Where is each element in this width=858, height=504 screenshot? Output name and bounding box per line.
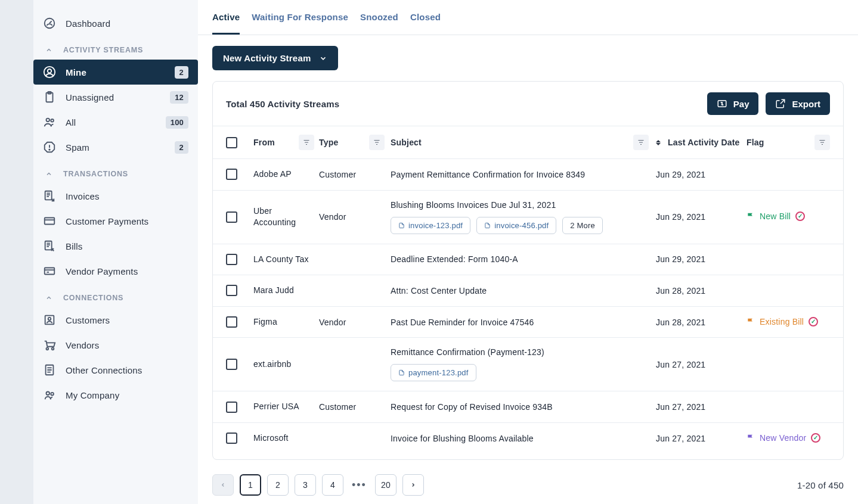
page-button[interactable]: 4 [322,474,343,496]
chevron-up-icon [43,292,55,304]
table-row[interactable]: Figma Vendor Past Due Reminder for Invoi… [213,306,843,338]
sidebar-item-unassigned[interactable]: Unassigned 12 [33,85,198,110]
row-checkbox[interactable] [226,433,237,444]
select-all-checkbox[interactable] [226,137,237,148]
flag-filter-button[interactable] [814,135,830,150]
flag-chip: Existing Bill [747,317,818,326]
from-filter-button[interactable] [299,135,314,150]
cell-subject: Payment Remittance Confirmation for Invo… [391,170,649,179]
table-row[interactable]: Perrier USA Customer Request for Copy of… [213,391,843,422]
sidebar-item-dashboard[interactable]: Dashboard [33,11,198,36]
page-button[interactable]: 3 [295,474,316,496]
column-header-subject: Subject [391,138,422,147]
svg-rect-11 [45,268,55,275]
tab-closed[interactable]: Closed [410,0,441,35]
svg-point-5 [47,119,50,122]
cell-from: ext.airbnb [253,359,319,371]
cell-date: Jun 29, 2021 [656,212,747,222]
column-header-flag: Flag [747,138,764,147]
attachment-more[interactable]: 2 More [562,217,603,234]
page-ellipsis: ••• [349,479,369,491]
attachment-chip[interactable]: invoice-456.pdf [476,217,556,234]
row-checkbox[interactable] [226,359,237,370]
table-row[interactable]: Mara Judd Attn: Cost Center Update Jun 2… [213,275,843,306]
export-button[interactable]: Export [766,92,830,115]
pay-button[interactable]: Pay [707,92,759,115]
tab-snoozed[interactable]: Snoozed [360,0,398,35]
sidebar-item-label: Dashboard [66,18,188,29]
column-header-type: Type [319,138,338,147]
people-icon [43,116,56,129]
page-prev-button[interactable] [212,474,234,496]
tab-waiting-for-response[interactable]: Waiting For Response [252,0,348,35]
row-checkbox[interactable] [226,402,237,413]
panel-title: Total 450 Activity Streams [226,99,700,109]
row-checkbox[interactable] [226,169,237,180]
sidebar-item-label: My Company [66,390,188,400]
row-checkbox[interactable] [226,316,237,328]
sidebar-group-header[interactable]: TRANSACTIONS [33,160,198,183]
svg-point-7 [49,149,49,150]
row-checkbox[interactable] [226,211,237,223]
cell-date: Jun 27, 2021 [656,434,747,443]
column-header-from: From [253,138,275,147]
flag-icon [747,212,755,220]
sidebar-item-label: Bills [66,241,188,251]
warning-hex-icon [43,141,56,154]
row-checkbox[interactable] [226,254,237,265]
sidebar-item-label: Invoices [66,191,188,201]
attachment-chip[interactable]: payment-123.pdf [391,364,476,381]
cell-subject: Past Due Reminder for Invoice 47546 [391,318,649,327]
sidebar-item-bills[interactable]: Bills [33,234,198,259]
row-checkbox[interactable] [226,285,237,296]
sidebar-item-badge: 2 [175,141,188,154]
page-next-button[interactable] [402,474,424,496]
table-row[interactable]: Adobe AP Customer Payment Remittance Con… [213,158,843,190]
sidebar-item-my-company[interactable]: My Company [33,382,198,407]
page-last-button[interactable]: 20 [375,474,397,496]
sidebar-item-badge: 12 [170,91,188,104]
new-activity-stream-button[interactable]: New Activity Stream [212,46,338,70]
sidebar-item-invoices[interactable]: Invoices [33,183,198,209]
table-row[interactable]: LA County Tax Deadline Extended: Form 10… [213,244,843,275]
check-circle-icon [795,211,805,221]
toolbar: New Activity Stream [198,35,858,81]
table-row[interactable]: ext.airbnb Remittance Confirmation (Paym… [213,337,843,391]
page-button[interactable]: 1 [240,474,261,496]
check-circle-icon [811,433,820,443]
sidebar: Dashboard ACTIVITY STREAMS Mine 2 Unassi… [33,0,198,504]
tab-active[interactable]: Active [212,0,240,35]
sidebar-item-label: Spam [66,142,175,153]
cell-date: Jun 28, 2021 [656,286,747,295]
flag-chip: New Bill [747,211,805,221]
attachment-name: invoice-123.pdf [408,221,463,230]
sidebar-item-all[interactable]: All 100 [33,110,198,135]
sidebar-item-label: Other Connections [66,365,188,375]
sidebar-item-vendor-payments[interactable]: Vendor Payments [33,259,198,284]
cell-subject: Invoice for Blushing Blooms Available [391,434,649,443]
sidebar-item-customers[interactable]: Customers [33,307,198,332]
sidebar-item-mine[interactable]: Mine 2 [33,60,198,85]
svg-rect-9 [45,218,55,225]
vendors-icon [43,338,56,351]
page-button[interactable]: 2 [267,474,289,496]
pay-icon [717,98,727,109]
sort-icon[interactable] [656,140,664,145]
sidebar-item-other-connections[interactable]: Other Connections [33,357,198,382]
table-row[interactable]: Uber Accounting Vendor Blushing Blooms I… [213,190,843,244]
attachment-chip[interactable]: invoice-123.pdf [391,217,470,234]
sidebar-item-label: All [66,117,166,127]
sidebar-group-header[interactable]: ACTIVITY STREAMS [33,36,198,60]
sidebar-item-customer-payments[interactable]: Customer Payments [33,209,198,234]
sidebar-item-vendors[interactable]: Vendors [33,332,198,357]
cell-from: Perrier USA [253,401,319,413]
type-filter-button[interactable] [369,135,385,150]
group-title: CONNECTIONS [63,294,123,302]
subject-filter-button[interactable] [633,135,649,150]
sidebar-group-header[interactable]: CONNECTIONS [33,284,198,307]
export-icon [775,98,786,109]
group-title: ACTIVITY STREAMS [63,46,143,54]
table-row[interactable]: Microsoft Invoice for Blushing Blooms Av… [213,422,843,454]
attachment-name: payment-123.pdf [408,368,469,377]
sidebar-item-spam[interactable]: Spam 2 [33,135,198,160]
